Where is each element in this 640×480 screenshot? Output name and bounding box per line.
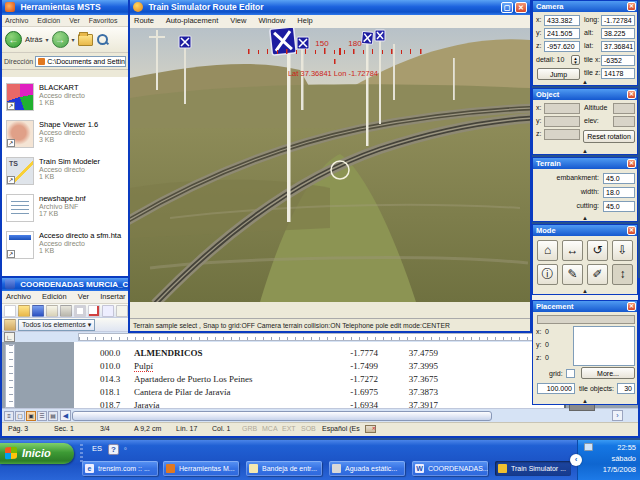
- explorer-menu-archivo[interactable]: Archivo: [5, 17, 28, 24]
- camera-long-field[interactable]: -1.72784: [601, 15, 635, 26]
- restore-toolbar-icon[interactable]: ▫: [124, 444, 127, 453]
- close-icon[interactable]: ✕: [627, 226, 636, 235]
- explorer-titlebar[interactable]: Herramientas MSTS: [2, 0, 128, 15]
- reset-rotation-button[interactable]: Reset rotation: [583, 130, 635, 143]
- start-button[interactable]: Inicio: [0, 443, 74, 464]
- taskbar-button-bandeja[interactable]: Bandeja de entr...: [246, 461, 322, 476]
- grid-checkbox[interactable]: [566, 369, 575, 378]
- mode-rotate-object-button[interactable]: ↺: [587, 240, 608, 261]
- route-editor-titlebar[interactable]: Train Simulator Route Editor ▢ ✕: [130, 0, 530, 15]
- elements-dropdown[interactable]: Todos los elementos ▾: [18, 319, 95, 331]
- explorer-file-list[interactable]: ↗ BLACKARTAcceso directo1 KB ↗ Shape Vie…: [2, 77, 128, 276]
- horizontal-ruler[interactable]: [78, 333, 562, 341]
- close-icon[interactable]: ✕: [627, 2, 636, 11]
- web-view-button[interactable]: ▢: [15, 411, 25, 421]
- mode-terrain-paint-button[interactable]: ✎: [562, 264, 583, 285]
- more-button[interactable]: More...: [581, 367, 635, 379]
- mode-place-object-button[interactable]: ⌂: [537, 240, 558, 261]
- camera-panel-titlebar[interactable]: Camera ✕: [533, 1, 637, 12]
- mode-drop-object-button[interactable]: ⇩: [612, 240, 633, 261]
- back-button[interactable]: ←: [5, 31, 22, 48]
- taskbar-button-train-simulator[interactable]: Train Simulator ...: [495, 461, 571, 476]
- address-input[interactable]: C:\Documents and Setting: [35, 56, 126, 67]
- explorer-menu-ver[interactable]: Ver: [69, 17, 80, 24]
- panel-collapse-handle[interactable]: ▲: [533, 288, 637, 294]
- status-toggle-ext[interactable]: EXT: [282, 423, 296, 435]
- back-label[interactable]: Atrás: [25, 35, 43, 44]
- maximize-button[interactable]: ▢: [501, 2, 513, 13]
- explorer-menu-favoritos[interactable]: Favoritos: [89, 17, 118, 24]
- word-menu-edicion[interactable]: Edición: [42, 292, 67, 301]
- terrain-panel-titlebar[interactable]: Terrain ✕: [533, 158, 637, 169]
- embankment-field[interactable]: 45.0: [603, 173, 635, 184]
- explorer-menu-edicion[interactable]: Edición: [37, 17, 60, 24]
- camera-alt-field[interactable]: 38.225: [601, 28, 635, 39]
- horizontal-scroll-thumb[interactable]: [72, 411, 492, 421]
- taskbar-button-herramientas[interactable]: Herramientas M...: [163, 461, 239, 476]
- close-icon[interactable]: ✕: [627, 159, 636, 168]
- snap-field[interactable]: 100.000: [537, 383, 575, 394]
- word-menu-archivo[interactable]: Archivo: [6, 292, 31, 301]
- camera-x-field[interactable]: 433.382: [544, 15, 580, 26]
- camera-tilez-field[interactable]: 14178: [601, 68, 635, 79]
- menu-auto-placement[interactable]: Auto-placement: [166, 16, 219, 25]
- save-icon[interactable]: [32, 305, 44, 317]
- outline-view-button[interactable]: ☰: [37, 411, 47, 421]
- print-layout-button[interactable]: ▣: [26, 411, 36, 421]
- tray-collapse-chevron-icon[interactable]: ‹: [570, 454, 582, 466]
- scroll-right-button[interactable]: ›: [612, 410, 623, 421]
- tab-selector[interactable]: ∟: [4, 332, 15, 342]
- print-icon[interactable]: [60, 305, 72, 317]
- mode-terrain-pick-button[interactable]: ✐: [587, 264, 608, 285]
- mode-panel-titlebar[interactable]: Mode ✕: [533, 225, 637, 236]
- width-field[interactable]: 18.0: [603, 187, 635, 198]
- mode-move-object-button[interactable]: ↔: [562, 240, 583, 261]
- file-item[interactable]: ↗ Shape Viewer 1.6Acceso directo3 KB: [6, 120, 124, 148]
- back-dropdown-icon[interactable]: ▾: [46, 36, 49, 43]
- menu-window[interactable]: Window: [259, 16, 286, 25]
- detail-spinner[interactable]: ▴▾: [571, 55, 580, 65]
- print-preview-icon[interactable]: [74, 305, 86, 317]
- forward-button[interactable]: →: [52, 31, 69, 48]
- file-item[interactable]: ↗ Acceso directo a sfm.htaAcceso directo…: [6, 231, 124, 259]
- tray-network-icon[interactable]: [584, 443, 593, 451]
- new-document-icon[interactable]: [4, 305, 16, 317]
- menu-view[interactable]: View: [230, 16, 246, 25]
- taskbar-button-aguada[interactable]: Aguada estátic...: [329, 461, 405, 476]
- close-icon[interactable]: ✕: [627, 302, 636, 311]
- cut-icon[interactable]: [102, 305, 114, 317]
- status-toggle-grb[interactable]: GRB: [242, 423, 257, 435]
- camera-tilex-field[interactable]: -6352: [601, 55, 635, 66]
- close-button[interactable]: ✕: [515, 2, 527, 13]
- file-item[interactable]: ↗ BLACKARTAcceso directo1 KB: [6, 83, 124, 111]
- status-toggle-mca[interactable]: MCA: [262, 423, 278, 435]
- placement-listbox[interactable]: [573, 326, 635, 366]
- menu-route[interactable]: Route: [134, 16, 154, 25]
- scroll-left-button[interactable]: ◀: [60, 410, 71, 421]
- copy-icon[interactable]: [116, 305, 128, 317]
- menu-help[interactable]: Help: [297, 16, 312, 25]
- taskbar-button-coordenadas[interactable]: W COORDENADAS...: [412, 461, 488, 476]
- forward-dropdown-icon[interactable]: ▾: [72, 36, 75, 43]
- word-menu-insertar[interactable]: Insertar: [100, 292, 125, 301]
- panel-collapse-handle[interactable]: ▲: [533, 148, 637, 154]
- search-icon[interactable]: [96, 33, 109, 46]
- up-folder-icon[interactable]: [78, 34, 93, 46]
- object-panel-titlebar[interactable]: Object ✕: [533, 89, 637, 100]
- file-item[interactable]: ↗ Train Sim ModelerAcceso directo1 KB: [6, 157, 124, 185]
- document-page[interactable]: 000.0 ALMENDRICOS -1.7774 37.4759 010.0 …: [74, 342, 564, 408]
- camera-z-field[interactable]: -957.620: [544, 41, 580, 52]
- panel-collapse-handle[interactable]: ▲: [533, 398, 637, 404]
- reading-view-button[interactable]: ▤: [48, 411, 58, 421]
- file-item[interactable]: newshape.bnfArchivo BNF17 KB: [6, 194, 124, 222]
- mode-adjust-height-button[interactable]: ↕: [612, 264, 633, 285]
- language-badge[interactable]: ES: [92, 444, 102, 453]
- cutting-field[interactable]: 45.0: [603, 201, 635, 212]
- panel-collapse-handle[interactable]: ▲: [533, 215, 637, 221]
- word-menu-ver[interactable]: Ver: [78, 292, 89, 301]
- normal-view-button[interactable]: ≡: [4, 411, 14, 421]
- camera-y-field[interactable]: 241.505: [544, 28, 580, 39]
- taskbar-button-trensim[interactable]: e trensim.com :: ...: [82, 461, 158, 476]
- route-editor-viewport[interactable]: 150 180 Lat 37.36841 Lon -1.72784: [130, 28, 530, 302]
- email-icon[interactable]: [46, 305, 58, 317]
